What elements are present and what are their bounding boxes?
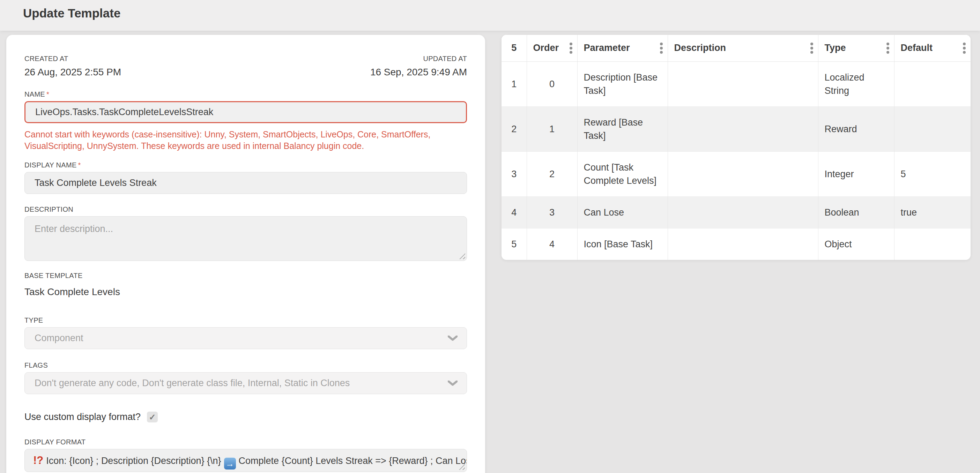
double-exclamation-icon: !?: [33, 454, 43, 467]
name-error-message: Cannot start with keywords (case-insensi…: [24, 129, 457, 152]
column-header-order[interactable]: Order: [527, 35, 577, 61]
cell-index: 5: [501, 228, 527, 260]
right-arrow-icon: →: [224, 458, 236, 470]
description-field-wrap: [24, 216, 467, 261]
base-template-label: BASE TEMPLATE: [24, 271, 467, 280]
cell-parameter: Reward [Base Task]: [577, 106, 668, 151]
top-bar: Update Template: [0, 0, 980, 31]
table-header-row: 5OrderParameterDescriptionTypeDefault: [501, 35, 970, 61]
cell-parameter: Can Lose: [577, 196, 668, 228]
page-title: Update Template: [23, 6, 120, 20]
cell-order: 2: [527, 151, 577, 196]
cell-type: Boolean: [818, 196, 894, 228]
flags-label: FLAGS: [24, 361, 467, 370]
table-row[interactable]: 10Description [Base Task]Localized Strin…: [501, 61, 970, 106]
use-custom-format-row: Use custom display format? ✓: [24, 412, 467, 422]
column-header-default[interactable]: Default: [894, 35, 970, 61]
cell-index: 3: [501, 151, 527, 196]
dates-row: CREATED AT 26 Aug, 2025 2:55 PM UPDATED …: [24, 54, 467, 78]
display-format-line1: !?Icon: {Icon} ; Description {Descriptio…: [33, 453, 458, 470]
cell-type: Reward: [818, 106, 894, 151]
chevron-down-icon: [448, 381, 458, 386]
column-menu-icon[interactable]: [660, 47, 663, 49]
flags-select[interactable]: Don't generate any code, Don't generate …: [24, 372, 467, 394]
type-select[interactable]: Component: [24, 327, 467, 349]
use-custom-format-checkbox[interactable]: ✓: [147, 412, 158, 422]
cell-order: 1: [527, 106, 577, 151]
parameters-table: 5OrderParameterDescriptionTypeDefault 10…: [501, 35, 970, 260]
format-text-before: Icon: {Icon} ; Description {Description}…: [46, 456, 221, 466]
column-header-label: 5: [511, 43, 517, 53]
chevron-down-icon: [448, 336, 458, 341]
name-label: NAME*: [24, 90, 467, 98]
description-label: DESCRIPTION: [24, 205, 467, 213]
type-label: TYPE: [24, 316, 467, 324]
type-select-value: Component: [35, 333, 83, 344]
cell-parameter: Description [Base Task]: [577, 61, 668, 106]
cell-default: 5: [894, 151, 970, 196]
table-row[interactable]: 21Reward [Base Task]Reward: [501, 106, 970, 151]
column-menu-icon[interactable]: [810, 47, 813, 49]
cell-default: true: [894, 196, 970, 228]
update-template-form-card: CREATED AT 26 Aug, 2025 2:55 PM UPDATED …: [6, 35, 485, 473]
cell-order: 4: [527, 228, 577, 260]
cell-index: 1: [501, 61, 527, 106]
cell-description: [668, 228, 818, 260]
cell-description: [668, 106, 818, 151]
table-row[interactable]: 54Icon [Base Task]Object: [501, 228, 970, 260]
description-textarea[interactable]: [24, 216, 467, 261]
cell-order: 0: [527, 61, 577, 106]
column-menu-icon[interactable]: [963, 47, 966, 49]
updated-at-label: UPDATED AT: [370, 54, 467, 63]
table-row[interactable]: 32Count [Task Complete Levels]Integer5: [501, 151, 970, 196]
cell-parameter: Icon [Base Task]: [577, 228, 668, 260]
cell-type: Integer: [818, 151, 894, 196]
use-custom-format-label: Use custom display format?: [24, 412, 141, 422]
column-header-label: Description: [674, 43, 726, 53]
parameters-table-card: 5OrderParameterDescriptionTypeDefault 10…: [501, 35, 970, 260]
required-asterisk: *: [78, 161, 81, 169]
updated-at-value: 16 Sep, 2025 9:49 AM: [370, 66, 467, 78]
cell-default: [894, 61, 970, 106]
column-header-description[interactable]: Description: [668, 35, 818, 61]
column-menu-icon[interactable]: [570, 47, 573, 49]
column-header-type[interactable]: Type: [818, 35, 894, 61]
column-header-label: Order: [533, 43, 559, 53]
display-format-field[interactable]: !?Icon: {Icon} ; Description {Descriptio…: [24, 449, 467, 472]
cell-default: [894, 106, 970, 151]
cell-type: Object: [818, 228, 894, 260]
name-input[interactable]: [24, 101, 467, 123]
table-row[interactable]: 43Can LoseBooleantrue: [501, 196, 970, 228]
created-at-block: CREATED AT 26 Aug, 2025 2:55 PM: [24, 54, 121, 78]
required-asterisk: *: [46, 90, 49, 98]
cell-default: [894, 228, 970, 260]
cell-description: [668, 151, 818, 196]
cell-type: Localized String: [818, 61, 894, 106]
column-header-label: Parameter: [584, 43, 630, 53]
updated-at-block: UPDATED AT 16 Sep, 2025 9:49 AM: [370, 54, 467, 78]
column-header-label: Default: [901, 43, 933, 53]
cell-index: 2: [501, 106, 527, 151]
base-template-value: Task Complete Levels: [24, 286, 467, 298]
cell-parameter: Count [Task Complete Levels]: [577, 151, 668, 196]
display-name-input[interactable]: [24, 172, 467, 194]
cell-description: [668, 196, 818, 228]
flags-select-value: Don't generate any code, Don't generate …: [35, 378, 350, 389]
column-header-label: Type: [825, 43, 846, 53]
format-text-after: Complete {Count} Levels Streak => {Rewar…: [239, 456, 467, 466]
cell-description: [668, 61, 818, 106]
created-at-value: 26 Aug, 2025 2:55 PM: [24, 66, 121, 78]
display-format-label: DISPLAY FORMAT: [24, 438, 467, 446]
cell-index: 4: [501, 196, 527, 228]
cell-order: 3: [527, 196, 577, 228]
created-at-label: CREATED AT: [24, 54, 121, 63]
display-name-label: DISPLAY NAME*: [24, 161, 467, 169]
checkmark-icon: ✓: [149, 412, 156, 422]
column-menu-icon[interactable]: [886, 47, 889, 49]
column-header-5[interactable]: 5: [501, 35, 527, 61]
display-format-line2: {CanLose}: [33, 470, 458, 472]
column-header-parameter[interactable]: Parameter: [577, 35, 668, 61]
